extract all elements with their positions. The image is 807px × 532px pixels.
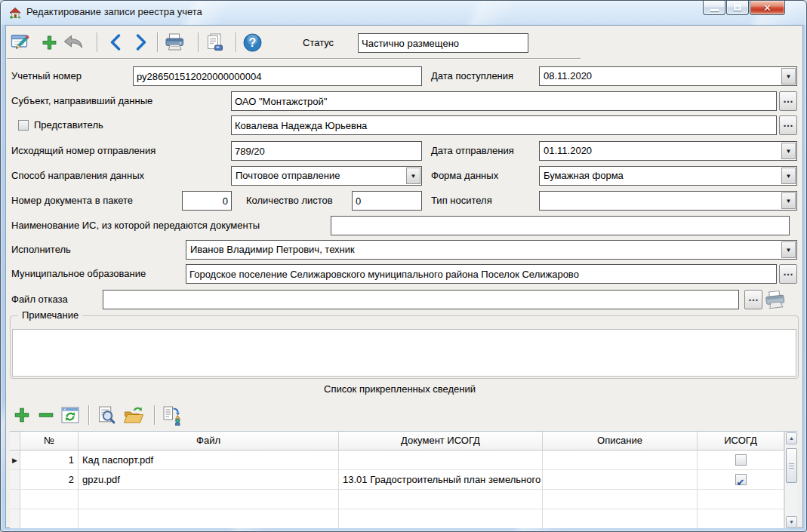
note-textarea[interactable]	[12, 329, 796, 377]
print-refusal-button[interactable]	[763, 288, 787, 312]
header-doc[interactable]: Документ ИСОГД	[339, 432, 543, 451]
toolbar-separator	[198, 32, 199, 52]
header-desc[interactable]: Описание	[543, 432, 698, 451]
cell-num: 2	[20, 470, 79, 490]
isogd-checkbox[interactable]	[735, 474, 747, 485]
undo-icon	[62, 34, 85, 51]
toolbar-separator	[236, 32, 236, 52]
receipt-date-label: Дата поступления	[431, 66, 513, 86]
help-icon: ?	[242, 32, 263, 53]
attachment-refresh-button[interactable]	[58, 403, 82, 427]
municipality-label: Муниципальное образование	[11, 264, 146, 284]
header-isogd[interactable]: ИСОГД	[698, 432, 784, 451]
receipt-date-combo[interactable]: 08.11.2020 ▼	[539, 66, 797, 86]
next-button[interactable]	[129, 30, 153, 54]
account-number-label: Учетный номер	[11, 66, 82, 86]
delivery-method-combo[interactable]: Почтовое отправление ▼	[231, 166, 422, 186]
account-number-input[interactable]	[133, 66, 422, 86]
chevron-down-icon[interactable]: ▼	[781, 168, 796, 184]
chevron-down-icon[interactable]: ▼	[406, 168, 420, 184]
dispatch-date-combo[interactable]: 01.11.2020 ▼	[539, 141, 797, 161]
maximize-button[interactable]	[726, 1, 749, 15]
chevron-down-icon[interactable]: ▼	[781, 192, 796, 209]
attachments-section-title: Список прикрепленных сведений	[1, 383, 799, 395]
minimize-button[interactable]	[703, 1, 725, 15]
table-header-row: № Файл Документ ИСОГД Описание ИСОГД	[10, 432, 784, 451]
header-selector	[10, 432, 20, 451]
executor-combo[interactable]: Иванов Владимир Петрович, техник ▼	[186, 240, 797, 260]
print-button[interactable]	[162, 30, 186, 54]
previous-icon	[109, 34, 122, 51]
representative-browse-button[interactable]: …	[779, 115, 797, 135]
media-type-label: Тип носителя	[431, 191, 492, 211]
status-field[interactable]	[358, 33, 528, 53]
chevron-down-icon[interactable]: ▼	[781, 143, 796, 159]
executor-label: Исполнитель	[11, 240, 71, 260]
help-button[interactable]: ?	[240, 30, 264, 54]
undo-button[interactable]	[61, 30, 85, 54]
remove-icon	[37, 406, 55, 424]
note-group: Примечание	[10, 315, 799, 379]
print-icon	[164, 32, 186, 52]
data-form-combo[interactable]: Бумажная форма ▼	[539, 166, 797, 186]
is-name-input[interactable]	[331, 216, 790, 235]
titlebar[interactable]: Редактирование записи реестра учета ✕	[1, 1, 806, 25]
attachment-remove-button[interactable]	[34, 403, 58, 427]
save-document-button[interactable]	[202, 30, 226, 54]
data-form-label: Форма данных	[431, 166, 498, 186]
scroll-down-button[interactable]: ▼	[786, 516, 797, 528]
attachment-copy-structure-button[interactable]	[160, 403, 184, 427]
add-icon	[41, 34, 58, 51]
is-name-label: Наименование ИС, из которой передаются д…	[11, 216, 260, 235]
isogd-checkbox[interactable]	[735, 454, 747, 466]
attachment-preview-button[interactable]	[94, 403, 119, 427]
cell-desc	[543, 470, 698, 490]
header-file[interactable]: Файл	[79, 432, 339, 451]
add-icon	[13, 406, 31, 424]
app-icon	[9, 7, 21, 19]
media-type-combo[interactable]: ▼	[539, 191, 797, 211]
attachment-add-button[interactable]	[10, 403, 34, 427]
refresh-icon	[60, 406, 81, 425]
scroll-up-button[interactable]: ▲	[786, 432, 797, 444]
refusal-file-browse-button[interactable]: …	[744, 290, 762, 309]
note-label: Примечание	[18, 309, 82, 321]
save-document-icon	[204, 32, 224, 53]
edit-record-button[interactable]	[8, 30, 32, 54]
window-title: Редактирование записи реестра учета	[26, 6, 202, 17]
row-selector: ▶	[10, 451, 20, 470]
attachment-open-button[interactable]	[122, 403, 146, 427]
doc-number-label: Номер документа в пакете	[11, 191, 133, 211]
copy-structure-icon	[162, 404, 183, 426]
table-empty-row	[10, 509, 784, 528]
subject-input[interactable]	[231, 91, 777, 111]
table-row[interactable]: 2 gpzu.pdf 13.01 Градостроительный план …	[10, 470, 784, 490]
scrollbar-thumb[interactable]	[786, 448, 797, 483]
delivery-method-label: Способ направления данных	[11, 166, 144, 186]
status-label: Статус	[303, 33, 334, 53]
next-icon	[134, 34, 148, 51]
table-row[interactable]: ▶ 1 Кад паспорт.pdf	[10, 451, 784, 470]
doc-number-input[interactable]	[182, 191, 232, 211]
previous-button[interactable]	[103, 30, 128, 54]
row-selector	[10, 470, 20, 490]
representative-checkbox[interactable]	[18, 120, 29, 131]
municipality-input[interactable]	[186, 264, 777, 284]
close-icon: ✕	[763, 2, 772, 14]
representative-input[interactable]	[231, 115, 777, 135]
open-folder-icon	[123, 405, 144, 425]
cell-num: 1	[20, 451, 79, 470]
close-button[interactable]: ✕	[750, 1, 785, 15]
chevron-down-icon[interactable]: ▼	[781, 241, 796, 258]
cell-desc	[543, 451, 698, 470]
vertical-scrollbar[interactable]: ▲ ▼	[784, 432, 797, 528]
add-record-button[interactable]	[37, 30, 61, 54]
header-num[interactable]: №	[20, 432, 79, 451]
refusal-file-input[interactable]	[103, 290, 739, 309]
sheet-count-input[interactable]	[352, 191, 422, 211]
outgoing-number-input[interactable]	[231, 141, 422, 161]
municipality-browse-button[interactable]: …	[779, 264, 797, 284]
cell-isogd	[698, 470, 784, 490]
chevron-down-icon[interactable]: ▼	[781, 68, 796, 85]
subject-browse-button[interactable]: …	[779, 91, 797, 111]
